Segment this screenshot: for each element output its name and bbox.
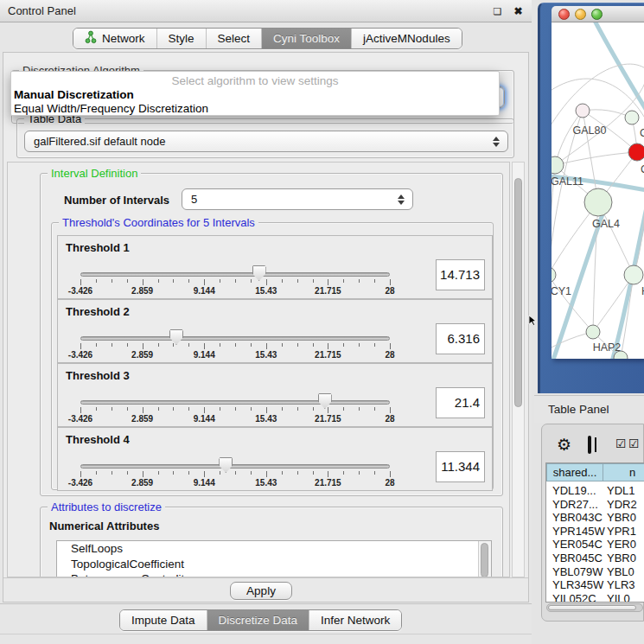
threshold-slider-track[interactable]: [80, 464, 390, 469]
tick-major: [328, 279, 328, 285]
table-row[interactable]: YLR345WYLR3: [546, 578, 644, 592]
network-node-label: GCY1: [552, 285, 571, 297]
cyni-toolbox-panel: Discretization Algorithm Table Data galF…: [3, 52, 529, 603]
tick-label: 15.43: [255, 286, 277, 296]
tick-major: [143, 279, 143, 285]
tick-minor: [188, 407, 189, 411]
tab-style[interactable]: Style: [156, 29, 206, 48]
network-node-gal4[interactable]: [584, 188, 612, 216]
threshold-value-field[interactable]: 6.316: [436, 323, 485, 354]
tick-label: 9.144: [194, 478, 215, 488]
tab-jactivemnodules[interactable]: jActiveMNodules: [351, 29, 462, 48]
table-row[interactable]: YER054CYER0: [546, 538, 644, 552]
tab-select[interactable]: Select: [206, 29, 262, 48]
number-of-intervals-label: Number of Intervals: [64, 194, 169, 207]
tick-major: [390, 343, 391, 349]
table-row[interactable]: YDR27...YDR2: [546, 498, 644, 512]
table-data-group: Table Data galFiltered.sif default node: [16, 118, 514, 158]
cell-shared-name: YLR345W: [552, 578, 603, 592]
threshold-slider-thumb[interactable]: [219, 457, 233, 473]
tick-label: -3.426: [68, 350, 92, 360]
column-header-shared[interactable]: shared...: [546, 463, 603, 481]
node-table[interactable]: shared... n YDL19...YDL1YDR27...YDR2YBR0…: [545, 462, 644, 603]
network-node-h-node[interactable]: [624, 265, 643, 284]
tick-minor: [127, 343, 128, 347]
network-node-gal80[interactable]: [576, 104, 590, 118]
tab-discretize-data[interactable]: Discretize Data: [207, 610, 309, 630]
table-panel-toolbar: ⚙ ☑ ☑: [546, 430, 644, 462]
algorithm-option-manual-discretization[interactable]: Manual Discretization: [14, 88, 134, 101]
network-node-g-top[interactable]: [625, 111, 639, 124]
table-row[interactable]: YBR045CYBR0: [546, 552, 644, 565]
threshold-slider-track[interactable]: [80, 272, 390, 277]
attribute-item-betweennesscentrality[interactable]: BetweennessCentrality: [57, 571, 491, 577]
threshold-slider-thumb[interactable]: [252, 265, 266, 281]
tick-minor: [220, 407, 220, 411]
table-horizontal-scrollbar[interactable]: [546, 603, 643, 612]
tick-minor: [251, 471, 252, 475]
threshold-slider-thumb[interactable]: [169, 329, 183, 345]
algorithm-option-equal-width-frequency-discretization[interactable]: Equal Width/Frequency Discretization: [14, 102, 208, 115]
split-columns-icon[interactable]: [588, 436, 591, 454]
tick-minor: [297, 279, 298, 283]
attributes-group: Attributes to discretize Numerical Attri…: [40, 507, 503, 577]
float-window-icon[interactable]: ❏: [491, 5, 504, 18]
table-panel-header: Table Panel: [534, 395, 644, 423]
attributes-group-title: Attributes to discretize: [48, 501, 165, 513]
close-icon[interactable]: ✖: [512, 5, 525, 18]
checkbox-checked-icon[interactable]: ☑: [628, 437, 640, 450]
tab-cyni-toolbox[interactable]: Cyni Toolbox: [261, 29, 351, 48]
network-node-gcy1[interactable]: [552, 267, 556, 283]
checkbox-checked-icon[interactable]: ☑: [615, 437, 627, 450]
network-node-hap2[interactable]: [586, 325, 600, 339]
threshold-slider-track[interactable]: [80, 400, 390, 405]
numerical-attributes-list[interactable]: SelfLoopsTopologicalCoefficientBetweenne…: [56, 540, 492, 577]
tick-major: [204, 407, 205, 413]
table-row[interactable]: YBR043CYBR0: [546, 511, 644, 525]
mac-minimize-icon[interactable]: [575, 9, 586, 20]
tick-label: 21.715: [315, 286, 341, 296]
top-tabs: NetworkStyleSelectCyni ToolboxjActiveMNo…: [73, 28, 462, 49]
tick-label: 2.859: [131, 414, 153, 424]
table-row[interactable]: YPR145WYPR1: [546, 525, 644, 539]
tick-major: [143, 407, 143, 413]
table-row[interactable]: YBL079WYBL0: [546, 565, 644, 579]
cell-name: YER0: [607, 538, 636, 552]
attribute-item-selfloops[interactable]: SelfLoops: [57, 541, 491, 557]
threshold-value-field[interactable]: 21.4: [436, 387, 485, 418]
network-node-red-node[interactable]: [628, 143, 644, 161]
tick-minor: [282, 279, 283, 283]
threshold-value-field[interactable]: 14.713: [436, 259, 485, 290]
tick-minor: [112, 407, 112, 411]
tick-minor: [127, 279, 128, 283]
tick-major: [143, 471, 143, 477]
mac-close-icon[interactable]: [558, 9, 570, 20]
tab-impute-data[interactable]: Impute Data: [120, 610, 207, 630]
threshold-slider-thumb[interactable]: [318, 393, 332, 409]
tick-label: 2.859: [131, 478, 153, 488]
tab-label: Discretize Data: [219, 614, 298, 627]
tab-label: Select: [218, 32, 251, 45]
column-header-name[interactable]: n: [603, 463, 644, 481]
settings-scrollbar[interactable]: [512, 162, 525, 577]
control-panel-titlebar: Control Panel: [0, 0, 532, 22]
mac-zoom-icon[interactable]: [591, 9, 603, 20]
table-row[interactable]: YIL052CYIL0: [546, 592, 644, 603]
tick-major: [328, 407, 328, 413]
tab-label: Impute Data: [131, 614, 195, 627]
table-row[interactable]: YDL19...YDL1: [546, 484, 644, 498]
tab-network[interactable]: Network: [73, 29, 156, 48]
tick-minor: [251, 279, 252, 283]
apply-button[interactable]: Apply: [230, 582, 292, 600]
threshold-value-field[interactable]: 11.344: [436, 451, 485, 482]
threshold-slider-track[interactable]: [80, 336, 390, 341]
apply-strip: Apply: [3, 577, 528, 602]
gear-icon[interactable]: ⚙: [557, 435, 571, 455]
tab-infer-network[interactable]: Infer Network: [309, 610, 401, 630]
threshold-panel-3: Threshold 3-3.4262.8599.14415.4321.71528…: [57, 363, 493, 427]
number-of-intervals-combobox[interactable]: 5: [182, 188, 413, 210]
attributes-list-scrollbar[interactable]: [478, 541, 491, 577]
network-canvas[interactable]: GAL80G.CGAL11GAL4GCY1HHAP2: [552, 22, 644, 359]
attribute-item-topologicalcoefficient[interactable]: TopologicalCoefficient: [57, 557, 491, 572]
table-data-combobox[interactable]: galFiltered.sif default node: [24, 131, 508, 152]
